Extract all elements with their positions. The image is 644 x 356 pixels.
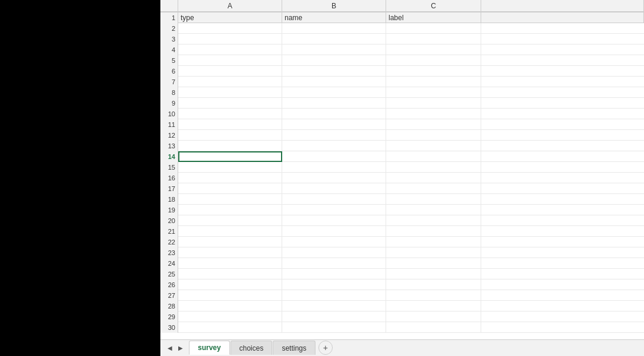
cell-b[interactable] — [282, 301, 386, 312]
cell-a[interactable] — [178, 312, 282, 322]
cell-b[interactable] — [282, 23, 386, 34]
cell-b[interactable] — [282, 247, 386, 258]
table-row[interactable]: 25 — [160, 269, 644, 279]
col-header-c[interactable]: C — [386, 0, 481, 12]
cell-a[interactable] — [178, 258, 282, 269]
cell-a[interactable] — [178, 98, 282, 109]
table-row[interactable]: 21 — [160, 226, 644, 237]
cell-b[interactable] — [282, 312, 386, 322]
cell-a[interactable] — [178, 162, 282, 173]
cell-c[interactable] — [386, 55, 481, 66]
cell-b[interactable] — [282, 205, 386, 215]
cell-b[interactable] — [282, 269, 386, 279]
next-sheet-button[interactable]: ▶ — [176, 343, 185, 352]
cell-a[interactable] — [178, 279, 282, 290]
cell-a[interactable] — [178, 119, 282, 130]
cell-b[interactable] — [282, 98, 386, 109]
cell-c[interactable] — [386, 66, 481, 77]
cell-c[interactable] — [386, 312, 481, 322]
header-cell-c[interactable]: label — [386, 12, 481, 23]
table-row[interactable]: 30 — [160, 322, 644, 333]
cell-b[interactable] — [282, 34, 386, 44]
table-row[interactable]: 24 — [160, 258, 644, 269]
col-header-b[interactable]: B — [282, 0, 386, 12]
table-row[interactable]: 14 — [160, 151, 644, 162]
cell-b[interactable] — [282, 141, 386, 151]
cell-b[interactable] — [282, 109, 386, 119]
cell-b[interactable] — [282, 215, 386, 226]
cell-c[interactable] — [386, 205, 481, 215]
table-row[interactable]: 19 — [160, 205, 644, 215]
cell-a[interactable] — [178, 290, 282, 301]
cell-a[interactable] — [178, 141, 282, 151]
cell-b[interactable] — [282, 173, 386, 183]
cell-a[interactable] — [178, 44, 282, 55]
table-row[interactable]: 11 — [160, 119, 644, 130]
cell-c[interactable] — [386, 215, 481, 226]
table-row[interactable]: 2 — [160, 23, 644, 34]
cell-a[interactable] — [178, 247, 282, 258]
table-row[interactable]: 9 — [160, 98, 644, 109]
table-row[interactable]: 12 — [160, 130, 644, 141]
cell-c[interactable] — [386, 119, 481, 130]
cell-c[interactable] — [386, 130, 481, 141]
cell-a[interactable] — [178, 34, 282, 44]
cell-b[interactable] — [282, 290, 386, 301]
cell-c[interactable] — [386, 109, 481, 119]
table-row[interactable]: 18 — [160, 194, 644, 205]
cell-a[interactable] — [178, 205, 282, 215]
table-row[interactable]: 28 — [160, 301, 644, 312]
header-cell-a[interactable]: type — [178, 12, 282, 23]
cell-a[interactable] — [178, 215, 282, 226]
cell-b[interactable] — [282, 119, 386, 130]
table-row[interactable]: 26 — [160, 279, 644, 290]
cell-c[interactable] — [386, 173, 481, 183]
cell-b[interactable] — [282, 87, 386, 98]
cell-a[interactable] — [178, 173, 282, 183]
cell-a[interactable] — [178, 23, 282, 34]
cell-c[interactable] — [386, 23, 481, 34]
table-row[interactable]: 5 — [160, 55, 644, 66]
cell-b[interactable] — [282, 162, 386, 173]
table-row[interactable]: 15 — [160, 162, 644, 173]
cell-c[interactable] — [386, 247, 481, 258]
cell-c[interactable] — [386, 183, 481, 194]
cell-a[interactable] — [178, 183, 282, 194]
table-row[interactable]: 3 — [160, 34, 644, 44]
cell-b[interactable] — [282, 322, 386, 333]
cell-a[interactable] — [178, 322, 282, 333]
cell-c[interactable] — [386, 237, 481, 247]
tab-choices[interactable]: choices — [231, 341, 273, 355]
cell-c[interactable] — [386, 290, 481, 301]
cell-c[interactable] — [386, 44, 481, 55]
table-row[interactable]: 8 — [160, 87, 644, 98]
table-row[interactable]: 16 — [160, 173, 644, 183]
cell-c[interactable] — [386, 98, 481, 109]
cell-c[interactable] — [386, 141, 481, 151]
cell-a[interactable] — [178, 269, 282, 279]
prev-sheet-button[interactable]: ◀ — [165, 343, 175, 352]
cell-b[interactable] — [282, 66, 386, 77]
cell-c[interactable] — [386, 162, 481, 173]
cell-a[interactable] — [178, 77, 282, 87]
cell-c[interactable] — [386, 269, 481, 279]
cell-a[interactable] — [178, 194, 282, 205]
cell-c[interactable] — [386, 194, 481, 205]
col-header-a[interactable]: A — [178, 0, 282, 12]
table-row[interactable]: 7 — [160, 77, 644, 87]
table-row[interactable]: 4 — [160, 44, 644, 55]
cell-a[interactable] — [178, 87, 282, 98]
cell-b[interactable] — [282, 130, 386, 141]
table-row[interactable]: 6 — [160, 66, 644, 77]
cell-b[interactable] — [282, 77, 386, 87]
cell-a[interactable] — [178, 109, 282, 119]
cell-c[interactable] — [386, 34, 481, 44]
add-sheet-button[interactable]: + — [318, 341, 333, 355]
table-row[interactable]: 17 — [160, 183, 644, 194]
tab-settings[interactable]: settings — [273, 341, 315, 355]
table-row[interactable]: 29 — [160, 312, 644, 322]
cell-c[interactable] — [386, 226, 481, 237]
cell-c[interactable] — [386, 77, 481, 87]
table-row[interactable]: 23 — [160, 247, 644, 258]
cell-c[interactable] — [386, 279, 481, 290]
